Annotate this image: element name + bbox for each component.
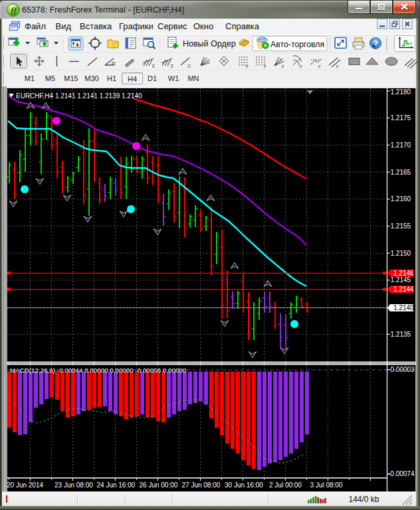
svg-text:1.2165: 1.2165 [391,169,411,176]
svg-text:3 Jul 08:00: 3 Jul 08:00 [310,481,343,489]
svg-text:MACD(12,26,9) -0.00044 0.00000: MACD(12,26,9) -0.00044 0.00000 0.00000 -… [10,367,187,374]
svg-text:1.2155: 1.2155 [391,222,411,230]
svg-text:1.2160: 1.2160 [391,195,411,203]
svg-text:1.2145: 1.2145 [391,276,411,284]
svg-text:1.2170: 1.2170 [391,141,411,149]
svg-text:27 Jun 08:00: 27 Jun 08:00 [182,481,221,489]
svg-text:1.2140: 1.2140 [393,304,414,311]
svg-text:0.00003: 0.00003 [391,366,415,373]
svg-text:23 Jun 08:00: 23 Jun 08:00 [54,481,93,489]
svg-text:1.2175: 1.2175 [391,114,411,122]
svg-text:1.2180: 1.2180 [391,88,411,96]
svg-text:1.2146: 1.2146 [393,270,414,277]
svg-text:1.2150: 1.2150 [391,250,411,257]
svg-text:2 Jul 00:00: 2 Jul 00:00 [269,481,302,489]
svg-text:20 Jun 2014: 20 Jun 2014 [7,481,43,489]
svg-text:1.2144: 1.2144 [393,286,414,293]
svg-text:EURCHF,H4 1.2141 1.2141 1.2139: EURCHF,H4 1.2141 1.2141 1.2139 1.2140 [16,92,142,100]
svg-text:1.2135: 1.2135 [391,331,411,338]
svg-text:-0.00074: -0.00074 [388,470,415,477]
svg-text:24 Jun 16:00: 24 Jun 16:00 [97,481,136,489]
svg-text:26 Jun 00:00: 26 Jun 00:00 [140,481,178,489]
svg-text:30 Jun 16:00: 30 Jun 16:00 [225,481,263,489]
